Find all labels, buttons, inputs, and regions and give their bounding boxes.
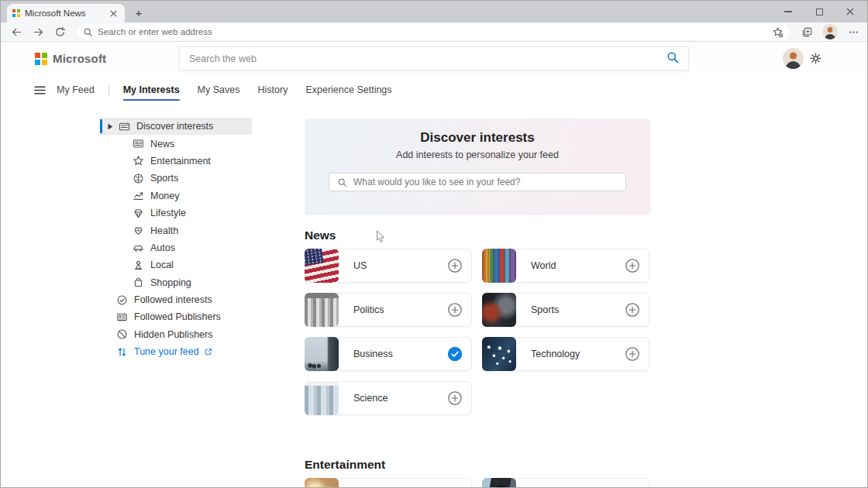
search-icon [83,27,93,37]
discover-interests-banner: Discover interests Add interests to pers… [305,119,650,215]
entertainment-lights-thumbnail [305,478,339,488]
entertainment-star-icon [133,155,144,167]
minimize-icon[interactable] [773,1,804,22]
interest-card-label: Politics [353,304,447,315]
capitol-columns-thumbnail [305,293,339,327]
interest-card-label: Sports [531,304,625,315]
sidebar-item-news[interactable]: News [100,135,252,152]
interests-search-box[interactable] [329,173,626,191]
sidebar-item-label: Entertainment [150,156,211,167]
sidebar-item-label: Hidden Publishers [134,329,212,340]
microsoft-favicon-icon [12,9,20,17]
banner-subtitle: Add interests to personalize your feed [396,149,559,160]
interest-card-label: World [531,260,625,271]
interest-card-label: US [353,260,447,271]
interest-card-science[interactable]: Science [305,381,472,415]
interest-card-world[interactable]: World [482,249,649,283]
tab-close-icon[interactable] [107,7,119,19]
add-interest-icon[interactable] [447,258,463,273]
sports-ball-icon [133,173,144,184]
menu-hamburger-icon[interactable] [33,84,46,97]
chevron-right-icon [107,123,114,130]
add-interest-icon[interactable] [625,258,640,273]
add-interest-icon[interactable] [447,302,463,318]
close-icon[interactable] [835,1,866,22]
browser-settings-ellipsis-icon[interactable] [847,26,859,38]
settings-gear-icon[interactable] [809,52,823,66]
new-tab-button[interactable]: + [131,5,146,20]
sidebar-item-money[interactable]: Money [100,187,252,204]
sidebar-item-entertainment[interactable]: Entertainment [100,153,252,170]
sidebar-item-shopping[interactable]: Shopping [100,274,252,291]
sidebar-item-label: Discover interests [136,121,213,132]
web-search-submit-icon[interactable] [666,51,679,67]
tune-arrows-icon [116,346,128,358]
hidden-blocked-icon [116,328,128,340]
forward-icon[interactable] [32,26,44,38]
sidebar-item-discover-interests[interactable]: Discover interests [100,118,252,135]
sidebar-item-hidden-publishers[interactable]: Hidden Publishers [100,326,252,343]
add-favorite-star-icon[interactable] [771,26,784,38]
web-search-input[interactable] [189,53,666,64]
back-icon[interactable] [10,26,22,38]
maximize-icon[interactable] [804,1,835,22]
collections-icon[interactable] [801,26,813,38]
sidebar-item-sports[interactable]: Sports [100,170,252,187]
section-heading-entertainment: Entertainment [305,458,650,472]
science-lab-thumbnail [305,381,339,415]
sidebar-item-autos[interactable]: Autos [100,239,252,256]
autos-car-icon [133,242,144,253]
sidebar-item-label: Autos [150,242,175,253]
site-header: Microsoft [1,42,867,76]
interest-card-us[interactable]: US [305,249,472,283]
add-interest-icon[interactable] [625,346,640,362]
page-content: Discover interestsNewsEntertainmentSport… [1,104,867,488]
interests-search-input[interactable] [353,177,618,187]
nav-item-history[interactable]: History [257,82,288,98]
microsoft-logo-icon[interactable] [35,53,47,65]
nav-item-my-interests[interactable]: My Interests [123,82,180,98]
tab-title: Microsoft News [25,9,102,18]
browser-toolbar [1,22,867,42]
sidebar-item-health[interactable]: Health [100,222,252,239]
sidebar-item-followed-publishers[interactable]: Followed Publishers [100,308,252,325]
web-search-box[interactable] [179,46,689,70]
interest-card-business[interactable]: Business [305,337,472,371]
sidebar-item-label: Tune your feed [134,346,199,357]
shopping-bag-icon [133,277,144,288]
nav-item-my-feed[interactable]: My Feed [57,82,95,98]
sidebar-item-followed-interests[interactable]: Followed interests [100,291,252,308]
address-bar[interactable] [77,24,790,40]
microsoft-wordmark[interactable]: Microsoft [53,52,106,65]
world-flags-thumbnail [482,249,516,283]
interest-card-technology[interactable]: Technology [482,337,649,371]
entertainment-camera-thumbnail [482,478,516,488]
nav-item-experience-settings[interactable]: Experience Settings [305,82,391,98]
interest-card-politics[interactable]: Politics [305,293,472,327]
business-lobby-thumbnail [305,337,339,371]
account-avatar[interactable] [783,48,804,69]
sidebar-item-label: Followed Publishers [134,311,221,322]
interest-card-sports[interactable]: Sports [482,293,649,327]
external-link-icon [204,347,214,357]
sidebar-item-label: Lifestyle [150,208,186,218]
nav-item-my-saves[interactable]: My Saves [198,82,240,98]
refresh-icon[interactable] [53,26,66,38]
sidebar-item-label: Sports [150,173,178,184]
sidebar-item-label: Health [150,225,178,236]
add-interest-icon[interactable] [625,302,640,318]
sidebar-item-lifestyle[interactable]: Lifestyle [100,204,252,222]
sidebar-item-label: News [150,139,174,149]
followed-check-icon[interactable] [447,346,463,362]
interest-card[interactable] [305,478,472,488]
interest-card[interactable] [482,478,649,488]
browser-profile-avatar[interactable] [822,24,838,40]
title-bar: Microsoft News + [1,1,867,22]
sidebar-item-tune-your-feed[interactable]: Tune your feed [100,343,252,360]
nav-divider [108,84,109,96]
sidebar-item-local[interactable]: Local [100,256,252,273]
address-input[interactable] [98,27,766,36]
add-interest-icon[interactable] [447,390,463,406]
interest-card-label: Technology [531,349,625,359]
browser-tab[interactable]: Microsoft News [7,4,125,22]
